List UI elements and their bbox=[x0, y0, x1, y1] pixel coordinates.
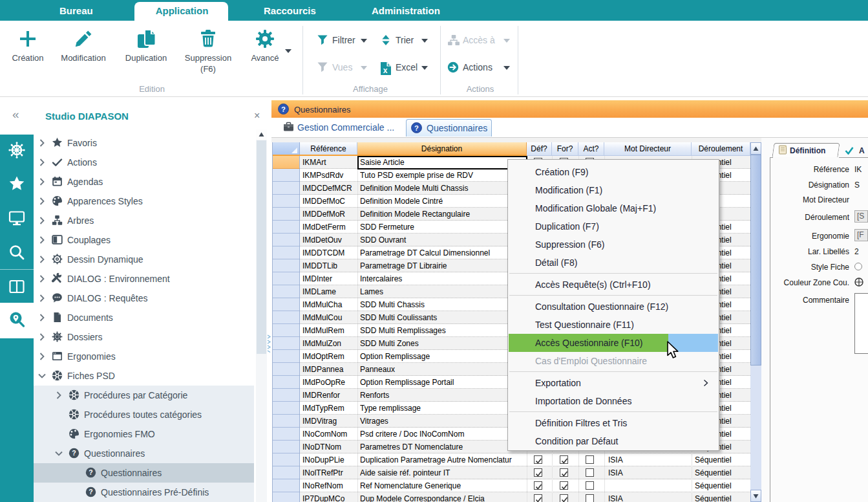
svg-text:?: ? bbox=[72, 449, 76, 457]
svg-text:?: ? bbox=[414, 124, 419, 132]
svg-text:?: ? bbox=[89, 468, 92, 476]
svg-text:?: ? bbox=[281, 105, 286, 113]
svg-text:x: x bbox=[383, 66, 388, 75]
svg-text:?: ? bbox=[89, 488, 92, 496]
